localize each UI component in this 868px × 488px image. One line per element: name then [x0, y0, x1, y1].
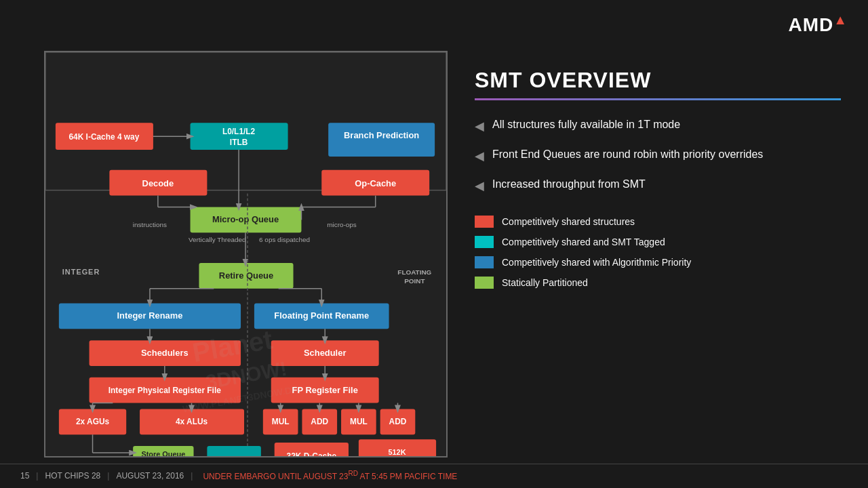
svg-text:Integer Rename: Integer Rename	[117, 310, 183, 321]
smt-title: SMT OVERVIEW	[475, 68, 841, 93]
svg-text:MUL: MUL	[272, 417, 290, 426]
svg-text:Vertically Threaded: Vertically Threaded	[189, 236, 246, 243]
legend-item-teal: Competitively shared and SMT Tagged	[475, 236, 841, 248]
svg-text:micro-ops: micro-ops	[327, 221, 357, 228]
bullet-arrow-1: ◀	[475, 118, 484, 135]
legend-item-red: Competitively shared structures	[475, 216, 841, 228]
svg-text:64K I-Cache 4 way: 64K I-Cache 4 way	[68, 132, 139, 142]
svg-text:Scheduler: Scheduler	[304, 348, 346, 358]
svg-text:Decode: Decode	[142, 178, 174, 188]
svg-text:Retire Queue: Retire Queue	[219, 270, 273, 281]
svg-text:L1/L2: L1/L2	[224, 455, 244, 456]
bullet-arrow-2: ◀	[475, 148, 484, 165]
svg-text:4x ALUs: 4x ALUs	[176, 417, 208, 426]
title-divider	[475, 98, 841, 100]
footer-date: AUGUST 23, 2016	[116, 471, 184, 481]
svg-text:512K: 512K	[388, 448, 406, 456]
legend: Competitively shared structures Competit…	[475, 216, 841, 289]
svg-text:FLOATING: FLOATING	[397, 268, 431, 276]
bullet-item-3: ◀ Increased throughput from SMT	[475, 177, 841, 195]
svg-text:6 ops dispatched: 6 ops dispatched	[259, 236, 310, 243]
diagram-svg: 64K I-Cache 4 way L0/L1/L2 ITLB Branch P…	[45, 52, 446, 456]
svg-text:Schedulers: Schedulers	[141, 348, 189, 358]
legend-item-blue: Competitively shared with Algorithmic Pr…	[475, 256, 841, 268]
bullet-item-1: ◀ All structures fully available in 1T m…	[475, 117, 841, 135]
svg-text:Op-Cache: Op-Cache	[355, 178, 396, 188]
legend-box-red	[475, 216, 494, 228]
footer-sep-3: |	[191, 471, 193, 481]
svg-text:Branch Prediction: Branch Prediction	[344, 130, 419, 140]
svg-text:MUL: MUL	[350, 417, 368, 426]
amd-logo: AMD▲	[788, 12, 848, 36]
footer-sep-1: |	[36, 471, 38, 481]
bullet-arrow-3: ◀	[475, 178, 484, 195]
svg-text:Store Queue: Store Queue	[141, 450, 185, 456]
footer-embargo: UNDER EMBARGO UNTIL AUGUST 23RD AT 5:45 …	[203, 470, 457, 481]
svg-text:INTEGER: INTEGER	[62, 268, 100, 276]
legend-box-green	[475, 277, 494, 289]
bullet-item-2: ◀ Front End Queues are round robin with …	[475, 147, 841, 165]
svg-text:L0/L1/L2: L0/L1/L2	[222, 127, 256, 136]
diagram-area: 64K I-Cache 4 way L0/L1/L2 ITLB Branch P…	[44, 51, 448, 458]
legend-box-blue	[475, 256, 494, 268]
legend-box-teal	[475, 236, 494, 248]
svg-text:Floating Point Rename: Floating Point Rename	[274, 310, 369, 321]
svg-text:POINT: POINT	[404, 277, 425, 285]
footer: 15 | HOT CHIPS 28 | AUGUST 23, 2016 | UN…	[0, 464, 868, 481]
svg-text:Integer Physical Register File: Integer Physical Register File	[108, 386, 221, 395]
svg-text:instructions: instructions	[133, 221, 167, 228]
svg-text:Micro-op Queue: Micro-op Queue	[212, 214, 279, 224]
svg-text:FP Register File: FP Register File	[292, 385, 358, 395]
footer-event: HOT CHIPS 28	[45, 471, 100, 481]
bullet-list: ◀ All structures fully available in 1T m…	[475, 117, 841, 195]
svg-text:ITLB: ITLB	[230, 138, 248, 147]
svg-rect-0	[45, 52, 446, 190]
svg-text:2x AGUs: 2x AGUs	[76, 417, 110, 426]
footer-page: 15	[20, 471, 29, 481]
svg-text:ADD: ADD	[311, 417, 328, 426]
legend-item-green: Statically Partitioned	[475, 277, 841, 289]
right-panel: SMT OVERVIEW ◀ All structures fully avai…	[475, 68, 841, 297]
svg-rect-76	[207, 446, 260, 456]
svg-text:32K D-Cache: 32K D-Cache	[287, 451, 337, 456]
footer-sep-2: |	[107, 471, 109, 481]
svg-text:ADD: ADD	[389, 417, 407, 426]
